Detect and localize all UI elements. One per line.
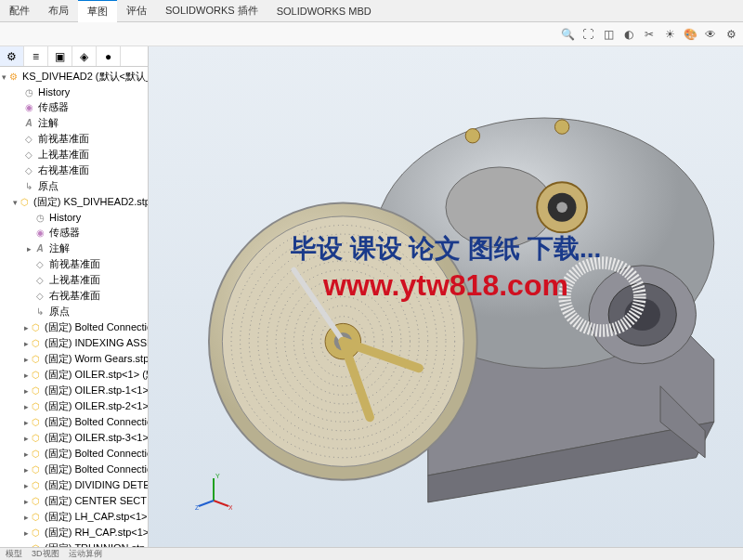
svg-point-2: [465, 129, 479, 143]
tree-item[interactable]: ▸(固定) Bolted Connection_1: [0, 414, 148, 430]
tree-item[interactable]: 原点: [0, 304, 148, 319]
main-area: ⚙≡▣◈● ▾KS_DIVHEAD2 (默认<默认_显示状态History传感器…: [0, 46, 743, 547]
tree-item-label: (固定) Bolted Connection_1: [45, 415, 149, 429]
annot-icon: [22, 117, 35, 130]
display-icon[interactable]: ▣: [48, 46, 72, 66]
ribbon-tab-2[interactable]: 草图: [78, 0, 117, 22]
view-orientation-icon[interactable]: ◫: [600, 26, 617, 43]
edit-appearance-icon[interactable]: 🎨: [682, 26, 698, 43]
part-icon: [29, 337, 42, 350]
feature-manager-tree[interactable]: ⚙≡▣◈● ▾KS_DIVHEAD2 (默认<默认_显示状态History传感器…: [0, 46, 149, 547]
ribbon-tab-3[interactable]: 评估: [117, 0, 156, 21]
tree-expander-icon[interactable]: ▸: [24, 244, 33, 254]
tree-item[interactable]: ▸(固定) OILER.stp-3<1> (默认: [0, 430, 148, 446]
ribbon-tab-0[interactable]: 配件: [0, 0, 39, 21]
plane-icon: [33, 290, 46, 303]
tree-item[interactable]: ▸(固定) INDEXING ASSEMBL: [0, 335, 148, 351]
section-icon[interactable]: ✂: [641, 26, 658, 43]
tree-item[interactable]: History: [0, 85, 148, 99]
tree-item[interactable]: 右视基准面: [0, 288, 148, 304]
part-icon: [29, 384, 42, 397]
part-icon: [29, 527, 42, 540]
tree-item[interactable]: ▸(固定) CENTER SECTION2.s: [0, 493, 148, 509]
hide-show-icon[interactable]: 👁: [702, 26, 719, 43]
ribbon-tab-4[interactable]: SOLIDWORKS 插件: [156, 0, 267, 21]
graphics-viewport[interactable]: 毕设 课设 论文 图纸 下载... www.ytw818.com X Y Z: [149, 46, 743, 547]
ribbon-tab-1[interactable]: 布局: [39, 0, 78, 21]
orientation-triad[interactable]: X Y Z: [195, 473, 232, 510]
tree-item-label: (固定) Bolted Connection_2: [45, 447, 149, 461]
tree-item-label: (固定) Bolted Connection_3: [45, 462, 149, 476]
svg-text:Y: Y: [215, 473, 220, 479]
tree-item-label: (固定) OILER.stp-3<1> (默认: [45, 431, 149, 445]
tree-tab-bar: ⚙≡▣◈●: [0, 46, 148, 67]
svg-text:X: X: [228, 504, 232, 510]
tree-item-label: 注解: [38, 116, 59, 130]
tree-item-label: (固定) OILER.stp-1<1> (默认: [45, 384, 149, 397]
tree-item[interactable]: ▸(固定) Bolted Connection_2: [0, 446, 148, 462]
tree-item[interactable]: 上视基准面: [0, 272, 148, 288]
tree-item-label: 前视基准面: [38, 132, 89, 146]
tree-item[interactable]: ▸(固定) OILER.stp-1<1> (默认: [0, 383, 148, 398]
tree-item[interactable]: 传感器: [0, 99, 148, 115]
tree-item-label: History: [49, 212, 81, 223]
tree-item-label: 上视基准面: [49, 273, 100, 287]
layers-icon[interactable]: ◈: [72, 46, 97, 66]
tree-item-label: (固定) INDEXING ASSEMBL: [45, 336, 149, 350]
display-style-icon[interactable]: ◐: [620, 26, 637, 43]
tree-item[interactable]: ▸(固定) Bolted Connection.st: [0, 319, 148, 335]
tree-item[interactable]: ▸(固定) DIVIDING DETENT.s: [0, 477, 148, 493]
tree-item[interactable]: ▸(固定) OILER.stp<1> (默认<: [0, 367, 148, 383]
tree-item[interactable]: 传感器: [0, 225, 148, 241]
tree-item[interactable]: ▾(固定) KS_DIVHEAD2.stp<1> (默: [0, 194, 148, 210]
bottom-tab-bar: 模型3D视图运动算例: [0, 547, 743, 560]
bottom-tab-0[interactable]: 模型: [6, 548, 22, 560]
zoom-area-icon[interactable]: ⛶: [580, 26, 596, 43]
tree-item-label: (固定) OILER.stp<1> (默认<: [45, 368, 149, 382]
tree-item[interactable]: 右视基准面: [0, 163, 148, 178]
svg-line-26: [214, 501, 228, 506]
plane-icon: [33, 274, 46, 287]
tree-item[interactable]: ▸(固定) Bolted Connection_3: [0, 462, 148, 477]
assembly-icon[interactable]: ⚙: [0, 46, 24, 66]
ribbon-tab-5[interactable]: SOLIDWORKS MBD: [267, 2, 381, 20]
tree-item[interactable]: ▾KS_DIVHEAD2 (默认<默认_显示状态: [0, 69, 148, 85]
tree-item[interactable]: ▸(固定) TRUNNION.stp<1> (: [0, 540, 148, 547]
tree-item-label: 传感器: [49, 226, 80, 240]
tree-item-label: (固定) CENTER SECTION2.s: [45, 494, 149, 508]
zoom-fit-icon[interactable]: 🔍: [559, 26, 576, 43]
tree-item-label: 右视基准面: [38, 163, 89, 177]
bottom-tab-2[interactable]: 运动算例: [69, 548, 102, 560]
scene-icon[interactable]: ☀: [661, 26, 678, 43]
tree-item[interactable]: ▸(固定) RH_CAP.stp<1> (默认: [0, 525, 148, 540]
configs-icon[interactable]: ≡: [24, 46, 48, 66]
tree-item-label: 原点: [49, 305, 70, 319]
tree-item[interactable]: ▸(固定) Worm Gears.stp<1>: [0, 351, 148, 367]
bottom-tab-1[interactable]: 3D视图: [32, 548, 59, 560]
tree-item[interactable]: History: [0, 210, 148, 225]
tree-item-label: (固定) LH_CAP.stp<1> (默认: [45, 510, 149, 524]
part-icon: [29, 448, 42, 461]
tree-item[interactable]: 原点: [0, 178, 148, 194]
tree-item[interactable]: 上视基准面: [0, 147, 148, 163]
part-icon: [29, 479, 42, 492]
settings-icon[interactable]: ⚙: [723, 26, 739, 43]
render-icon[interactable]: ●: [97, 46, 121, 66]
plane-icon: [33, 258, 46, 271]
tree-item[interactable]: ▸(固定) OILER.stp-2<1> (默认: [0, 398, 148, 414]
part-icon: [29, 321, 42, 334]
view-toolbar: 🔍⛶◫◐✂☀🎨👁⚙: [0, 22, 743, 46]
plane-icon: [22, 164, 35, 177]
tree-item[interactable]: ▸(固定) LH_CAP.stp<1> (默认: [0, 509, 148, 525]
tree-item[interactable]: 前视基准面: [0, 256, 148, 272]
tree-content: ▾KS_DIVHEAD2 (默认<默认_显示状态History传感器注解前视基准…: [0, 67, 148, 547]
part-icon: [29, 416, 42, 429]
tree-item[interactable]: ▸注解: [0, 241, 148, 256]
part-icon: [29, 369, 42, 382]
annot-icon: [33, 242, 46, 255]
tree-item-label: History: [38, 86, 70, 98]
history-icon: [22, 85, 35, 98]
part-icon: [29, 495, 42, 508]
tree-item[interactable]: 注解: [0, 115, 148, 131]
tree-item[interactable]: 前视基准面: [0, 131, 148, 147]
